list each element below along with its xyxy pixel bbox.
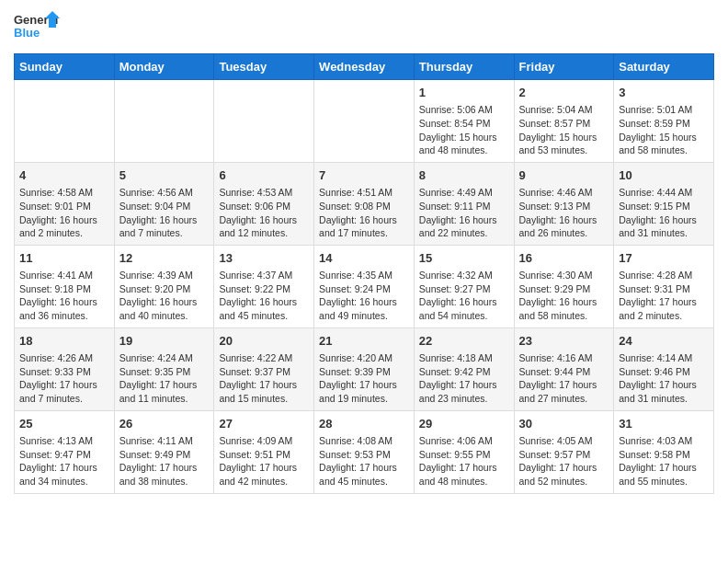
day-cell [314,80,415,163]
day-cell: 29Sunrise: 4:06 AM Sunset: 9:55 PM Dayli… [414,410,514,493]
day-cell: 6Sunrise: 4:53 AM Sunset: 9:06 PM Daylig… [214,162,314,245]
day-number: 19 [119,333,210,350]
logo: General Blue [14,9,60,46]
day-number: 4 [19,167,109,184]
week-row-1: 1Sunrise: 5:06 AM Sunset: 8:54 PM Daylig… [15,80,714,163]
week-row-3: 11Sunrise: 4:41 AM Sunset: 9:18 PM Dayli… [15,245,714,327]
day-info: Sunrise: 4:51 AM Sunset: 9:08 PM Dayligh… [319,186,409,240]
column-header-friday: Friday [514,54,614,80]
day-number: 6 [219,167,309,184]
day-number: 31 [619,416,709,432]
day-number: 16 [519,250,609,267]
column-header-tuesday: Tuesday [214,54,314,80]
day-info: Sunrise: 4:28 AM Sunset: 9:31 PM Dayligh… [619,269,709,323]
day-cell: 13Sunrise: 4:37 AM Sunset: 9:22 PM Dayli… [214,245,314,327]
day-cell: 14Sunrise: 4:35 AM Sunset: 9:24 PM Dayli… [314,245,415,327]
day-cell: 18Sunrise: 4:26 AM Sunset: 9:33 PM Dayli… [15,327,115,410]
calendar-body: 1Sunrise: 5:06 AM Sunset: 8:54 PM Daylig… [15,80,714,494]
day-info: Sunrise: 4:41 AM Sunset: 9:18 PM Dayligh… [19,269,109,323]
day-info: Sunrise: 5:04 AM Sunset: 8:57 PM Dayligh… [519,103,609,157]
day-cell: 4Sunrise: 4:58 AM Sunset: 9:01 PM Daylig… [15,162,115,245]
day-cell: 8Sunrise: 4:49 AM Sunset: 9:11 PM Daylig… [414,162,514,245]
column-header-sunday: Sunday [15,54,115,80]
day-number: 29 [419,416,509,432]
day-info: Sunrise: 4:22 AM Sunset: 9:37 PM Dayligh… [219,351,309,406]
day-number: 30 [519,416,609,432]
day-cell: 5Sunrise: 4:56 AM Sunset: 9:04 PM Daylig… [114,162,214,245]
day-info: Sunrise: 4:39 AM Sunset: 9:20 PM Dayligh… [119,269,210,323]
day-number: 8 [419,167,509,184]
day-cell: 23Sunrise: 4:16 AM Sunset: 9:44 PM Dayli… [514,327,614,410]
day-info: Sunrise: 4:49 AM Sunset: 9:11 PM Dayligh… [419,186,509,240]
day-cell: 10Sunrise: 4:44 AM Sunset: 9:15 PM Dayli… [614,162,714,245]
day-cell: 3Sunrise: 5:01 AM Sunset: 8:59 PM Daylig… [614,80,714,163]
calendar-header: SundayMondayTuesdayWednesdayThursdayFrid… [15,54,714,80]
day-cell: 15Sunrise: 4:32 AM Sunset: 9:27 PM Dayli… [414,245,514,327]
day-cell [15,80,115,163]
day-cell: 7Sunrise: 4:51 AM Sunset: 9:08 PM Daylig… [314,162,415,245]
day-number: 13 [219,250,309,267]
day-info: Sunrise: 4:44 AM Sunset: 9:15 PM Dayligh… [619,186,709,240]
day-number: 20 [219,333,309,350]
day-number: 21 [319,333,409,350]
day-cell: 12Sunrise: 4:39 AM Sunset: 9:20 PM Dayli… [114,245,214,327]
week-row-5: 25Sunrise: 4:13 AM Sunset: 9:47 PM Dayli… [15,410,714,493]
day-info: Sunrise: 4:37 AM Sunset: 9:22 PM Dayligh… [219,269,309,323]
day-number: 27 [219,416,309,432]
column-header-wednesday: Wednesday [314,54,415,80]
day-number: 23 [519,333,609,350]
day-info: Sunrise: 4:06 AM Sunset: 9:55 PM Dayligh… [419,434,509,488]
day-cell: 16Sunrise: 4:30 AM Sunset: 9:29 PM Dayli… [514,245,614,327]
day-info: Sunrise: 5:06 AM Sunset: 8:54 PM Dayligh… [419,103,509,157]
column-header-thursday: Thursday [414,54,514,80]
day-info: Sunrise: 4:11 AM Sunset: 9:49 PM Dayligh… [119,434,210,488]
day-info: Sunrise: 4:16 AM Sunset: 9:44 PM Dayligh… [519,351,609,406]
day-number: 10 [619,167,709,184]
day-info: Sunrise: 4:14 AM Sunset: 9:46 PM Dayligh… [619,351,709,406]
day-cell: 2Sunrise: 5:04 AM Sunset: 8:57 PM Daylig… [514,80,614,163]
day-info: Sunrise: 4:56 AM Sunset: 9:04 PM Dayligh… [119,186,210,240]
day-info: Sunrise: 4:05 AM Sunset: 9:57 PM Dayligh… [519,434,609,488]
day-info: Sunrise: 4:35 AM Sunset: 9:24 PM Dayligh… [319,269,409,323]
day-cell: 19Sunrise: 4:24 AM Sunset: 9:35 PM Dayli… [114,327,214,410]
calendar-table: SundayMondayTuesdayWednesdayThursdayFrid… [14,53,714,494]
header-row: SundayMondayTuesdayWednesdayThursdayFrid… [15,54,714,80]
day-info: Sunrise: 4:18 AM Sunset: 9:42 PM Dayligh… [419,351,509,406]
day-cell: 20Sunrise: 4:22 AM Sunset: 9:37 PM Dayli… [214,327,314,410]
column-header-monday: Monday [114,54,214,80]
day-cell [214,80,314,163]
day-number: 9 [519,167,609,184]
day-cell: 24Sunrise: 4:14 AM Sunset: 9:46 PM Dayli… [614,327,714,410]
day-number: 17 [619,250,709,267]
day-number: 24 [619,333,709,350]
day-info: Sunrise: 4:09 AM Sunset: 9:51 PM Dayligh… [219,434,309,488]
day-cell: 27Sunrise: 4:09 AM Sunset: 9:51 PM Dayli… [214,410,314,493]
column-header-saturday: Saturday [614,54,714,80]
day-info: Sunrise: 5:01 AM Sunset: 8:59 PM Dayligh… [619,103,709,157]
day-info: Sunrise: 4:03 AM Sunset: 9:58 PM Dayligh… [619,434,709,488]
day-number: 15 [419,250,509,267]
day-cell: 30Sunrise: 4:05 AM Sunset: 9:57 PM Dayli… [514,410,614,493]
day-info: Sunrise: 4:13 AM Sunset: 9:47 PM Dayligh… [19,434,109,488]
day-cell: 9Sunrise: 4:46 AM Sunset: 9:13 PM Daylig… [514,162,614,245]
day-info: Sunrise: 4:24 AM Sunset: 9:35 PM Dayligh… [119,351,210,406]
day-number: 18 [19,333,109,350]
day-number: 3 [619,85,709,101]
page-header: General Blue [14,9,714,46]
day-cell: 31Sunrise: 4:03 AM Sunset: 9:58 PM Dayli… [614,410,714,493]
day-number: 2 [519,85,609,101]
day-number: 5 [119,167,210,184]
week-row-2: 4Sunrise: 4:58 AM Sunset: 9:01 PM Daylig… [15,162,714,245]
day-cell: 1Sunrise: 5:06 AM Sunset: 8:54 PM Daylig… [414,80,514,163]
day-number: 22 [419,333,509,350]
day-cell [114,80,214,163]
day-number: 12 [119,250,210,267]
day-info: Sunrise: 4:30 AM Sunset: 9:29 PM Dayligh… [519,269,609,323]
day-cell: 11Sunrise: 4:41 AM Sunset: 9:18 PM Dayli… [15,245,115,327]
day-number: 28 [319,416,409,432]
day-info: Sunrise: 4:32 AM Sunset: 9:27 PM Dayligh… [419,269,509,323]
day-number: 7 [319,167,409,184]
day-info: Sunrise: 4:58 AM Sunset: 9:01 PM Dayligh… [19,186,109,240]
day-info: Sunrise: 4:53 AM Sunset: 9:06 PM Dayligh… [219,186,309,240]
day-info: Sunrise: 4:20 AM Sunset: 9:39 PM Dayligh… [319,351,409,406]
